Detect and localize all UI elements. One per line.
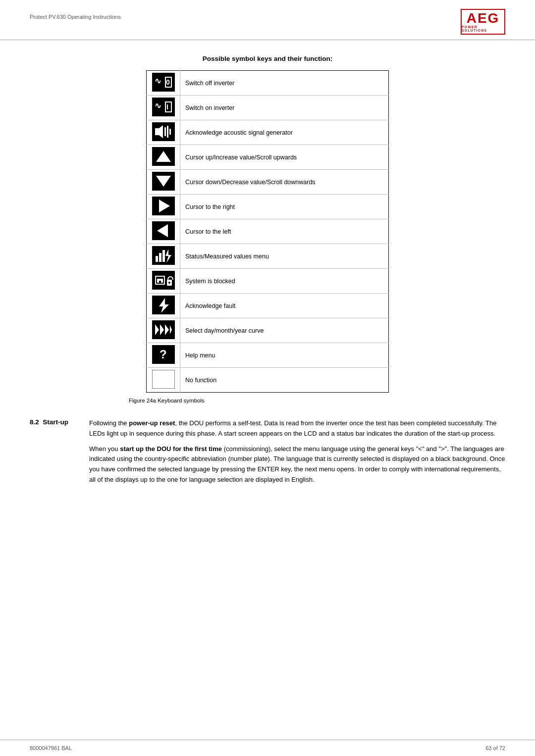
footer-right: 63 of 72 (485, 745, 505, 751)
switch-on-svg: ∿ I (152, 98, 175, 116)
svg-rect-27 (162, 250, 165, 262)
help-svg: ? (152, 345, 175, 364)
table-row: ∿ 0 Switch off inverter (147, 71, 389, 96)
acoustic-icon (152, 122, 175, 141)
symbol-cell-cursor-right (147, 195, 180, 219)
nofunc-svg (152, 370, 175, 389)
cursor-up-svg (152, 147, 175, 166)
svg-rect-11 (155, 128, 159, 135)
svg-text:I: I (166, 103, 168, 111)
table-row: Acknowledge fault (147, 294, 389, 318)
desc-cursor-left: Cursor to the left (180, 219, 389, 244)
desc-cursor-down: Cursor down/Decrease value/Scroll downwa… (180, 170, 389, 195)
status-icon (152, 246, 175, 265)
desc-nofunc: No function (180, 368, 389, 393)
desc-help: Help menu (180, 343, 389, 368)
logo-subtitle: POWER SOLUTIONS (462, 25, 504, 32)
symbol-cell-switch-on: ∿ I (147, 96, 180, 120)
logo-box: AEG POWER SOLUTIONS (461, 9, 505, 35)
cursor-left-icon (152, 221, 175, 240)
symbol-cell-cursor-up (147, 145, 180, 170)
symbol-cell-acoustic (147, 120, 180, 145)
cursor-up-icon (152, 147, 175, 166)
symbol-cell-fault (147, 294, 180, 318)
cursor-left-svg (152, 221, 175, 240)
svg-rect-34 (157, 279, 163, 281)
fault-svg (152, 296, 175, 314)
table-row: ∿ I Switch on inverter (147, 96, 389, 120)
section-body: Following the power-up reset, the DOU pe… (89, 418, 505, 490)
section-para-2: When you start up the DOU for the first … (89, 444, 505, 485)
desc-status: Status/Measured values menu (180, 244, 389, 269)
section-title: Start-up (43, 418, 68, 426)
section-block: 8.2 Start-up Following the power-up rese… (30, 418, 505, 490)
logo-aeg: AEG (467, 11, 500, 25)
status-svg (152, 246, 175, 265)
desc-switch-off: Switch off inverter (180, 71, 389, 96)
table-row: Cursor to the left (147, 219, 389, 244)
table-row: Acknowledge acoustic signal generator (147, 120, 389, 145)
svg-point-36 (168, 282, 170, 284)
table-row: Cursor down/Decrease value/Scroll downwa… (147, 170, 389, 195)
svg-rect-15 (169, 129, 171, 135)
footer-left: 8000047961 BAL (30, 745, 72, 751)
section-para-1: Following the power-up reset, the DOU pe… (89, 418, 505, 439)
desc-curve: Select day/month/year curve (180, 318, 389, 343)
desc-switch-on: Switch on inverter (180, 96, 389, 120)
switch-off-icon: ∿ 0 (152, 73, 175, 92)
svg-rect-13 (164, 127, 166, 136)
svg-text:?: ? (160, 348, 167, 361)
table-row: No function (147, 368, 389, 393)
cursor-down-svg (152, 172, 175, 191)
page-content: Possible symbol keys and their function:… (0, 40, 535, 505)
symbol-cell-cursor-down (147, 170, 180, 195)
cursor-right-svg (152, 197, 175, 215)
nofunc-icon (152, 370, 175, 389)
svg-rect-26 (159, 253, 161, 262)
page-footer: 8000047961 BAL 63 of 72 (0, 740, 535, 756)
symbol-cell-help: ? (147, 343, 180, 368)
symbol-table: ∿ 0 Switch off inverter ∿ (146, 70, 389, 393)
desc-blocked: System is blocked (180, 269, 389, 294)
symbol-cell-blocked (147, 269, 180, 294)
table-row: System is blocked (147, 269, 389, 294)
symbol-cell-curve (147, 318, 180, 343)
symbol-cell-cursor-left (147, 219, 180, 244)
desc-cursor-right: Cursor to the right (180, 195, 389, 219)
svg-rect-25 (156, 256, 158, 262)
curve-icon (152, 320, 175, 339)
fault-icon (152, 296, 175, 314)
cursor-down-icon (152, 172, 175, 191)
desc-cursor-up: Cursor up/Increase value/Scroll upwards (180, 145, 389, 170)
figure-caption: Figure 24a Keyboard symbols (129, 398, 505, 403)
svg-rect-14 (167, 126, 168, 138)
symbol-cell-switch-off: ∿ 0 (147, 71, 180, 96)
cursor-right-icon (152, 197, 175, 215)
help-icon: ? (152, 345, 175, 364)
svg-text:0: 0 (166, 78, 170, 86)
table-row: Cursor to the right (147, 195, 389, 219)
acoustic-svg (152, 122, 175, 141)
switch-off-svg: ∿ 0 (152, 73, 175, 92)
header-title: Protect PV.630 Operating Instructions (30, 9, 121, 20)
desc-acoustic: Acknowledge acoustic signal generator (180, 120, 389, 145)
svg-text:∿: ∿ (155, 101, 161, 110)
page-header: Protect PV.630 Operating Instructions AE… (0, 0, 535, 40)
blocked-icon (152, 271, 175, 290)
svg-rect-46 (152, 370, 175, 389)
section-heading: Possible symbol keys and their function: (30, 55, 505, 62)
switch-on-icon: ∿ I (152, 98, 175, 116)
desc-fault: Acknowledge fault (180, 294, 389, 318)
symbol-cell-status (147, 244, 180, 269)
table-row: Cursor up/Increase value/Scroll upwards (147, 145, 389, 170)
blocked-svg (152, 271, 175, 290)
logo-area: AEG POWER SOLUTIONS (461, 9, 505, 35)
section-number: 8.2 Start-up (30, 418, 74, 490)
svg-text:∿: ∿ (155, 77, 161, 85)
table-row: Select day/month/year curve (147, 318, 389, 343)
table-row: ? Help menu (147, 343, 389, 368)
curve-svg (152, 320, 175, 339)
symbol-cell-nofunc (147, 368, 180, 393)
table-row: Status/Measured values menu (147, 244, 389, 269)
